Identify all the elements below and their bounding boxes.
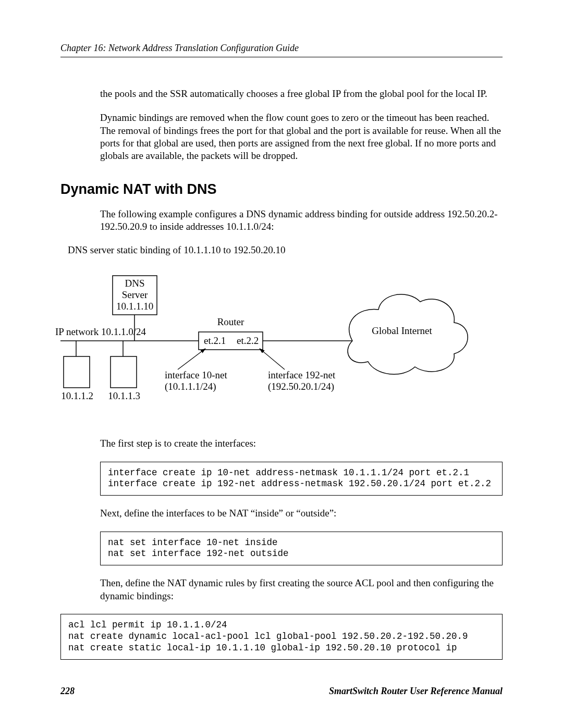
diagram-caption: DNS server static binding of 10.1.1.10 t… (68, 244, 503, 256)
dns-server-ip: 10.1.1.10 (113, 301, 157, 312)
paragraph-example-intro: The following example configures a DNS d… (100, 208, 503, 233)
svg-line-10 (260, 349, 285, 369)
running-header: Chapter 16: Network Address Translation … (60, 43, 503, 57)
network-diagram: DNS Server 10.1.1.10 IP network 10.1.1.0… (60, 265, 503, 422)
paragraph-next-define: Next, define the interfaces to be NAT “i… (100, 507, 503, 520)
router-label: Router (199, 316, 263, 328)
page-footer: 228 SmartSwitch Router User Reference Ma… (60, 686, 503, 697)
page-number: 228 (60, 686, 75, 697)
interface-10net-addr: (10.1.1.1/24) (165, 381, 216, 392)
host1-ip: 10.1.1.2 (56, 390, 98, 402)
ip-network-label: IP network 10.1.1.0/24 (55, 326, 146, 338)
host2-ip: 10.1.1.3 (103, 390, 145, 402)
interface-10net-name: interface 10-net (165, 369, 227, 381)
svg-line-9 (178, 349, 205, 369)
section-heading-dynamic-nat-dns: Dynamic NAT with DNS (60, 181, 503, 198)
paragraph-dynamic-bindings: Dynamic bindings are removed when the fl… (100, 112, 503, 162)
dns-server-label-1: DNS (113, 278, 157, 289)
svg-rect-6 (111, 356, 137, 388)
code-block-nat-set: nat set interface 10-net inside nat set … (100, 532, 503, 566)
router-port-left: et.2.1 (204, 335, 226, 347)
page: Chapter 16: Network Address Translation … (0, 0, 563, 728)
code-block-acl-nat: acl lcl permit ip 10.1.1.0/24 nat create… (60, 614, 503, 660)
router-port-right: et.2.2 (237, 335, 259, 347)
paragraph-pools: the pools and the SSR automatically choo… (100, 88, 503, 100)
svg-rect-5 (64, 356, 90, 388)
interface-192net-addr: (192.50.20.1/24) (268, 381, 334, 392)
interface-192net-name: interface 192-net (268, 369, 335, 381)
paragraph-then-define: Then, define the NAT dynamic rules by fi… (100, 577, 503, 602)
global-internet-label: Global Internet (358, 325, 446, 337)
paragraph-first-step: The first step is to create the interfac… (100, 437, 503, 450)
dns-server-label-2: Server (113, 289, 157, 301)
manual-title: SmartSwitch Router User Reference Manual (329, 686, 503, 697)
code-block-interfaces: interface create ip 10-net address-netma… (100, 462, 503, 496)
